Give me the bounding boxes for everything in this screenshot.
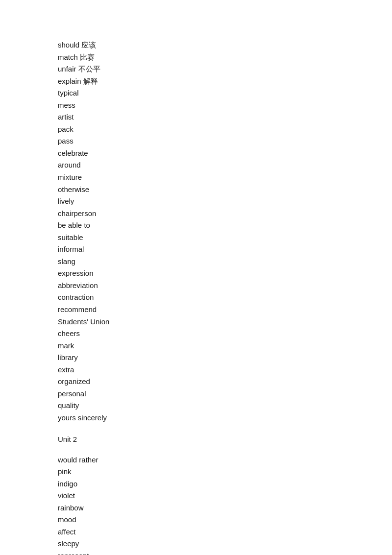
list-item: represent	[58, 550, 334, 555]
list-item: mood	[58, 514, 334, 526]
list-item: cheers	[58, 328, 334, 340]
list-item: expression	[58, 267, 334, 280]
list-item: pack	[58, 123, 334, 136]
section-gap-2	[58, 445, 334, 454]
list-item: unfair 不公平	[58, 63, 334, 75]
list-item: be able to	[58, 219, 334, 232]
list-item: pass	[58, 135, 334, 147]
list-item: pink	[58, 466, 334, 478]
list-item: artist	[58, 111, 334, 123]
list-item: match 比赛	[58, 51, 334, 64]
section-gap	[58, 424, 334, 433]
list-item: around	[58, 159, 334, 171]
list-item: extra	[58, 364, 334, 376]
list-item: organized	[58, 376, 334, 388]
list-item: quality	[58, 400, 334, 412]
word-list: should 应该 match 比赛 unfair 不公平 explain 解释…	[58, 39, 334, 555]
list-item: affect	[58, 526, 334, 538]
list-item: recommend	[58, 304, 334, 316]
list-item: rainbow	[58, 502, 334, 514]
list-item: mess	[58, 99, 334, 112]
list-item: would rather	[58, 454, 334, 466]
list-item: contraction	[58, 291, 334, 304]
list-item: explain 解释	[58, 75, 334, 88]
list-item: suitable	[58, 232, 334, 244]
list-item: informal	[58, 243, 334, 256]
list-item: mark	[58, 340, 334, 352]
unit-2-heading: Unit 2	[58, 433, 334, 445]
list-item: otherwise	[58, 184, 334, 196]
list-item: celebrate	[58, 147, 334, 160]
list-item: mixture	[58, 171, 334, 184]
list-item: yours sincerely	[58, 412, 334, 424]
list-item: Students' Union	[58, 316, 334, 328]
list-item: slang	[58, 256, 334, 268]
list-item: sleepy	[58, 538, 334, 550]
list-item: lively	[58, 195, 334, 208]
list-item: typical	[58, 87, 334, 99]
list-item: chairperson	[58, 208, 334, 220]
list-item: personal	[58, 388, 334, 400]
list-item: library	[58, 352, 334, 364]
list-item: indigo	[58, 478, 334, 490]
list-item: should 应该	[58, 39, 334, 51]
list-item: abbreviation	[58, 280, 334, 292]
list-item: violet	[58, 490, 334, 502]
